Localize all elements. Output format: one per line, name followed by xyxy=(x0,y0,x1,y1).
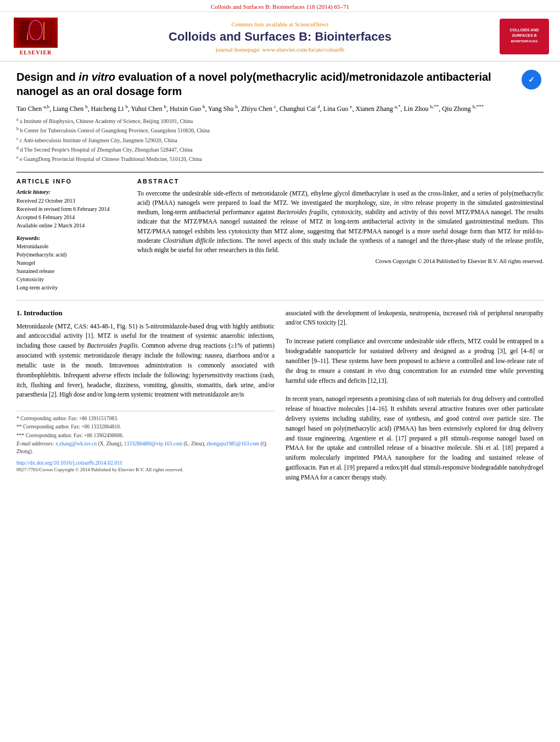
svg-text:BIOINTERFACES: BIOINTERFACES xyxy=(511,40,538,43)
body-left-column: 1. Introduction Metronidazole (MTZ, CAS:… xyxy=(16,309,275,483)
journal-reference-bar: Colloids and Surfaces B: Biointerfaces 1… xyxy=(0,0,560,12)
email-2: 133328648l0@vip.163.com xyxy=(124,441,182,447)
abstract-text: To overcome the undesirable side-effects… xyxy=(137,189,544,255)
keyword-4: Sustained release xyxy=(16,267,126,275)
elsevier-logo: ELSEVIER xyxy=(11,18,60,55)
section-divider xyxy=(16,172,544,172)
intro-paragraph-1: Metronidazole (MTZ, CAS: 443-48-1, Fig. … xyxy=(16,322,275,400)
right-para-3: In recent years, nanogel represents a pr… xyxy=(285,394,544,482)
elsevier-name: ELSEVIER xyxy=(20,49,52,55)
article-info: ARTICLE INFO Article history: Received 2… xyxy=(16,178,126,292)
keywords-section: Keywords: Metronidazole Poly(methacrylic… xyxy=(16,235,126,292)
journal-homepage: journal homepage: www.elsevier.com/locat… xyxy=(60,46,500,53)
svg-text:COLLOIDS AND: COLLOIDS AND xyxy=(509,28,539,32)
footnote-1: * Corresponding author. Fax: +86 1391151… xyxy=(16,415,275,422)
journal-ref-text: Colloids and Surfaces B: Biointerfaces 1… xyxy=(211,3,349,10)
footnote-2: ** Corresponding author. Fax: +86 133328… xyxy=(16,423,275,431)
article-info-heading: ARTICLE INFO xyxy=(16,178,126,185)
doi-url[interactable]: http://dx.doi.org/10.1016/j.colsurfb.201… xyxy=(16,460,122,466)
affiliation-c: c c Anti-tuberculosis Institute of Jiang… xyxy=(16,136,544,144)
sciencedirect-name: ScienceDirect xyxy=(295,21,329,27)
received-revised-date: Received in revised form 6 February 2014 xyxy=(16,205,126,213)
affiliation-d: d d The Second People's Hospital of Zhon… xyxy=(16,145,544,154)
keywords-label: Keywords: xyxy=(16,235,126,241)
affiliation-b: b b Center for Tuberculosis Control of G… xyxy=(16,126,544,135)
keyword-3: Nanogel xyxy=(16,259,126,267)
footnote-emails: E-mail addresses: x.zhang@wh.iov.cn (X. … xyxy=(16,440,275,456)
sciencedirect-link: Contents lists available at ScienceDirec… xyxy=(60,21,500,27)
body-right-column: associated with the development of leuko… xyxy=(285,309,544,483)
copyright-footer: 0927-7765/Crown Copyright © 2014 Publish… xyxy=(16,467,275,472)
authors: Tao Chen a,b, Liang Chen b, Haicheng Li … xyxy=(16,104,544,113)
bottom-divider xyxy=(16,300,544,300)
svg-text:SURFACES B: SURFACES B xyxy=(512,34,536,37)
right-para-1: associated with the development of leuko… xyxy=(285,309,544,328)
main-content: Design and in vitro evaluation of a nove… xyxy=(0,62,560,491)
history-label: Article history: xyxy=(16,189,126,195)
footnotes: * Corresponding author. Fax: +86 1391151… xyxy=(16,411,275,455)
journal-center-info: Contents lists available at ScienceDirec… xyxy=(60,21,500,53)
svg-rect-4 xyxy=(21,40,51,44)
article-title: Design and in vitro evaluation of a nove… xyxy=(16,70,516,98)
keyword-1: Metronidazole xyxy=(16,242,126,250)
svg-text:✓: ✓ xyxy=(528,75,535,84)
keyword-6: Long-term activity xyxy=(16,283,126,292)
keyword-2: Poly(methacrylic acid) xyxy=(16,250,126,259)
journal-right-logo: COLLOIDS AND SURFACES B BIOINTERFACES xyxy=(500,19,549,54)
crossmark-icon: ✓ xyxy=(522,70,541,90)
abstract-heading: ABSTRACT xyxy=(137,178,544,185)
right-para-2: To increase patient compliance and overc… xyxy=(285,337,544,386)
article-title-section: Design and in vitro evaluation of a nove… xyxy=(16,70,544,98)
email-1: x.zhang@wh.iov.cn xyxy=(55,441,97,447)
footnote-3: *** Corresponding author. Fax: +86 13902… xyxy=(16,432,275,439)
journal-header: ELSEVIER Contents lists available at Sci… xyxy=(0,12,560,62)
intro-heading: 1. Introduction xyxy=(16,309,275,317)
crossmark-section: ✓ xyxy=(522,70,544,90)
available-date: Available online 2 March 2014 xyxy=(16,221,126,230)
affiliation-a: a a Institute of Biophysics, Chinese Aca… xyxy=(16,116,544,125)
doi-line: http://dx.doi.org/10.1016/j.colsurfb.201… xyxy=(16,460,275,466)
body-columns: 1. Introduction Metronidazole (MTZ, CAS:… xyxy=(16,309,544,483)
homepage-url: www.elsevier.com/locate/colsurfb xyxy=(262,46,345,53)
affiliation-e: e e GuangDong Provincial Hospital of Chi… xyxy=(16,154,544,163)
article-info-abstract: ARTICLE INFO Article history: Received 2… xyxy=(16,178,544,292)
received-date: Received 22 October 2013 xyxy=(16,197,126,205)
abstract-section: ABSTRACT To overcome the undesirable sid… xyxy=(137,178,544,292)
email-3: zhongqiu1985@163.com xyxy=(206,441,259,447)
affiliations: a a Institute of Biophysics, Chinese Aca… xyxy=(16,116,544,164)
keyword-5: Cytotoxicity xyxy=(16,275,126,283)
elsevier-logo-image xyxy=(14,18,58,48)
accepted-date: Accepted 6 February 2014 xyxy=(16,213,126,221)
abstract-copyright: Crown Copyright © 2014 Published by Else… xyxy=(137,258,544,264)
journal-title: Colloids and Surfaces B: Biointerfaces xyxy=(60,30,500,44)
